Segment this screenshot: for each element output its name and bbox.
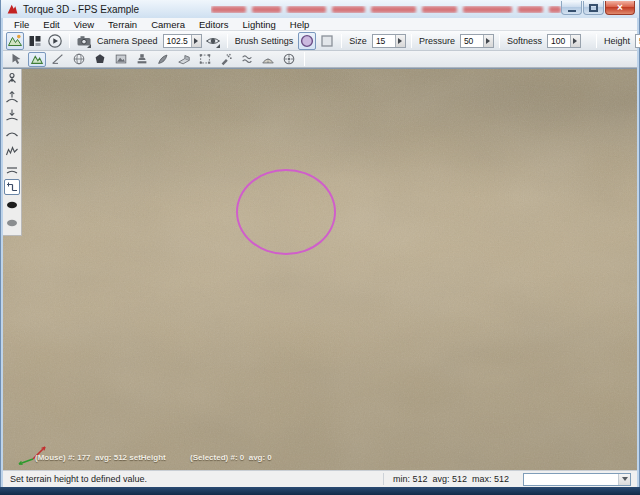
set-height-icon: [5, 180, 19, 194]
terrain-painter-button[interactable]: [49, 52, 67, 67]
menu-editors[interactable]: Editors: [192, 19, 236, 30]
brush-softness-label: Softness: [507, 36, 542, 46]
clear-terrain-tool[interactable]: [4, 197, 20, 213]
stamp-icon: [135, 52, 149, 66]
raise-height-tool[interactable]: [4, 89, 20, 105]
maximize-button[interactable]: [583, 1, 604, 15]
set-height-tool[interactable]: [4, 179, 20, 195]
set-empty-tool[interactable]: [4, 215, 20, 231]
smooth-icon: [5, 126, 19, 140]
brush-pressure-expand[interactable]: [483, 35, 493, 47]
editors-toolbar: [3, 51, 637, 68]
brush-pressure-input[interactable]: 50: [460, 34, 494, 48]
flatten-icon: [5, 162, 19, 176]
flatten-height-tool[interactable]: [4, 161, 20, 177]
toolbar-separator: [341, 34, 342, 48]
camera-menu-button[interactable]: [75, 32, 93, 50]
terrain-brush-circle: [236, 169, 336, 255]
square-brush-button[interactable]: [318, 32, 336, 50]
world-editor-button[interactable]: [6, 32, 24, 50]
camera-speed-expand[interactable]: [191, 35, 201, 47]
brush-size-expand[interactable]: [395, 35, 405, 47]
wedge-icon: [177, 52, 191, 66]
selected-status-readout: (Selected) #: 0 avg: 0: [190, 453, 272, 462]
menu-bar: File Edit View Terrain Camera Editors Li…: [3, 18, 637, 31]
slope-icon: [51, 52, 65, 66]
gem-icon: [93, 52, 107, 66]
main-toolbar: Camera Speed 102.5 Brush Settings Size: [3, 31, 637, 51]
paint-noise-tool[interactable]: [4, 143, 20, 159]
river-editor-button[interactable]: [238, 52, 256, 67]
particle-editor-button[interactable]: [217, 52, 235, 67]
gui-editor-icon: [27, 33, 43, 49]
terrain-tool-palette: [3, 69, 22, 236]
brush-size-input[interactable]: 15: [372, 34, 406, 48]
sketch-tool-button[interactable]: [91, 52, 109, 67]
image-icon: [114, 52, 128, 66]
menu-lighting[interactable]: Lighting: [236, 19, 283, 30]
right-arrow-icon: [398, 38, 402, 44]
shape-editor-button[interactable]: [280, 52, 298, 67]
terrain-stats: min: 512 avg: 512 max: 512: [383, 473, 523, 485]
menu-file[interactable]: File: [7, 19, 36, 30]
menu-view[interactable]: View: [67, 19, 101, 30]
globe-icon: [72, 52, 86, 66]
datablock-editor-button[interactable]: [112, 52, 130, 67]
filled-ellipse-icon: [5, 198, 19, 212]
play-game-button[interactable]: [46, 32, 64, 50]
gui-editor-button[interactable]: [26, 32, 44, 50]
dropdown-corner-icon: [216, 44, 220, 48]
world-editor-icon: [7, 33, 23, 49]
brush-softness-input[interactable]: 100: [547, 34, 581, 48]
right-arrow-icon: [573, 38, 577, 44]
spray-icon: [219, 52, 233, 66]
window-bottom-border: [0, 487, 640, 495]
mound-icon: [261, 52, 275, 66]
chevron-down-icon: [622, 477, 628, 481]
menu-terrain[interactable]: Terrain: [101, 19, 144, 30]
viewport-3d[interactable]: (Mouse) #: 177 avg: 512 setHeight (Selec…: [3, 68, 637, 470]
terrain-editor-button[interactable]: [28, 52, 46, 67]
wave-icon: [240, 52, 254, 66]
circle-brush-button[interactable]: [298, 32, 316, 50]
mouse-status-readout: (Mouse) #: 177 avg: 512 setHeight: [35, 453, 166, 462]
right-arrow-icon: [486, 38, 490, 44]
grab-terrain-icon: [5, 72, 19, 86]
toolbar-separator: [304, 52, 305, 66]
mesh-road-editor-button[interactable]: [175, 52, 193, 67]
decal-editor-button[interactable]: [133, 52, 151, 67]
terrain-height-label: Height: [604, 36, 630, 46]
application-window: Torque 3D - FPS Example × File Edit View…: [0, 0, 640, 495]
minimize-button[interactable]: [561, 1, 582, 15]
terrain-height-input[interactable]: 520: [635, 34, 640, 48]
close-button[interactable]: ×: [605, 1, 635, 15]
noise-peaks-icon: [5, 144, 19, 158]
toolbar-separator: [596, 34, 597, 48]
window-title: Torque 3D - FPS Example: [23, 4, 139, 15]
smooth-height-tool[interactable]: [4, 125, 20, 141]
menu-edit[interactable]: Edit: [36, 19, 66, 30]
leaf-icon: [156, 52, 170, 66]
camera-speed-input[interactable]: 102.5: [163, 34, 202, 48]
camera-speed-value: 102.5: [164, 35, 191, 47]
road-path-editor-button[interactable]: [259, 52, 277, 67]
object-editor-button[interactable]: [7, 52, 25, 67]
play-icon: [47, 33, 63, 49]
lower-height-tool[interactable]: [4, 107, 20, 123]
menu-help[interactable]: Help: [283, 19, 317, 30]
toolbar-separator: [499, 34, 500, 48]
material-editor-button[interactable]: [70, 52, 88, 67]
maximize-icon: [589, 4, 598, 12]
forest-editor-button[interactable]: [154, 52, 172, 67]
window-controls: ×: [561, 1, 635, 15]
mission-area-editor-button[interactable]: [196, 52, 214, 67]
grab-terrain-tool[interactable]: [4, 71, 20, 87]
brush-softness-expand[interactable]: [570, 35, 580, 47]
minimize-icon: [568, 10, 576, 12]
dropdown-arrow-button[interactable]: [618, 474, 630, 485]
status-dropdown[interactable]: [523, 473, 631, 486]
brush-softness-value: 100: [548, 35, 570, 47]
menu-camera[interactable]: Camera: [144, 19, 192, 30]
toolbar-separator: [69, 34, 70, 48]
visibility-button[interactable]: [204, 32, 222, 50]
